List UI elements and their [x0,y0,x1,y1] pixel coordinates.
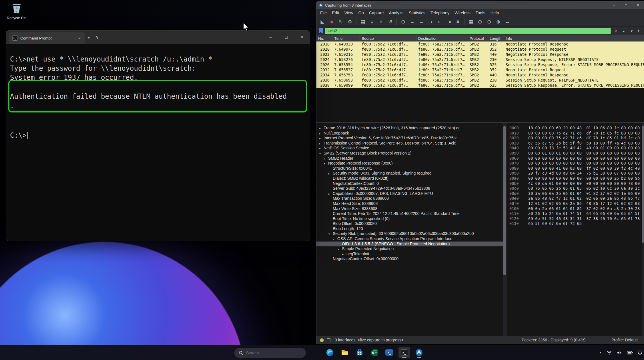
hex-row[interactable]: 013065 5f 69 67 6e 6f 72 65 [509,221,642,226]
restart-capture-icon[interactable]: ↻ [336,18,345,26]
column-destination[interactable]: Destination [416,35,468,41]
packet-detail-row[interactable]: ▾Simple Protected Negotiation [316,246,503,252]
packet-detail-row[interactable]: OID: 1.3.6.1.5.5.2 (SPNEGO - Simple Prot… [316,242,503,247]
packet-detail-row[interactable]: ▸negTokenInit [316,252,503,257]
menu-capture[interactable]: Capture [366,11,386,15]
packet-row[interactable]: 2020 7.649975 fe80::75a2:71c6:df7… fe80:… [316,47,644,52]
packet-detail-row[interactable]: Dialect: SMB2 wildcard (0x02ff) [316,176,503,181]
hex-row[interactable]: 000018 00 00 00 60 29 00 48 01 10 06 80 … [509,126,642,131]
menu-tools[interactable]: Tools [473,11,488,15]
packet-row[interactable]: 2024 7.653276 fe80::75a2:71c6:df7… fe80:… [316,57,644,62]
zoom-out-icon[interactable]: ⊖ [485,18,493,26]
menu-edit[interactable]: Edit [329,11,342,15]
packet-detail-row[interactable]: NegotiateContextOffset: 0x00000000 [316,256,503,262]
hex-row[interactable]: 002000 00 00 00 75 a2 71 c6 df 78 1c 85 … [509,136,642,141]
open-file-icon[interactable]: ▤ [358,18,367,26]
packet-detail-row[interactable]: Max Transaction Size: 8388608 [316,196,503,201]
filter-dropdown-icon[interactable]: ▾ [629,29,635,33]
minimize-button[interactable]: – [608,1,620,9]
battery-icon[interactable] [627,351,633,355]
resize-columns-icon[interactable]: ↔ [503,18,512,26]
terminal-output[interactable]: C:\>net use * \\lenoyoudidnt\scratch /u:… [6,44,310,241]
packet-row[interactable]: 2022 7.650216 fe80::75a2:71c6:df7… fe80:… [316,52,644,57]
capture-options-icon[interactable]: ⚙ [346,18,354,26]
packet-detail-row[interactable]: ▸Frame 2018: 316 bytes on wire (2528 bit… [316,126,503,131]
menu-view[interactable]: View [342,11,356,15]
details-scrollbar[interactable] [503,123,506,336]
search-input[interactable] [246,351,292,355]
hex-row[interactable]: 008000 00 00 00 41 00 03 00 ff 02 00 00 … [509,166,642,171]
packet-detail-row[interactable]: ▾Negotiate Protocol Response (0x00) [316,161,503,166]
packet-detail-row[interactable]: Server Guid: 40ecf239-f729-4dc3-88a9-643… [316,186,503,191]
start-capture-icon[interactable]: ◣ [318,18,327,26]
menu-go[interactable]: Go [356,11,366,15]
taskbar-search[interactable] [234,348,306,358]
menu-analyze[interactable]: Analyze [386,11,406,15]
packet-row[interactable]: 2018 7.649930 fe80::75a2:71c6:df7… fe80:… [316,41,644,47]
packet-row[interactable]: 2034 7.656758 fe80::75a2:71c6:df7… fe80:… [316,72,644,78]
hex-row[interactable]: 0110a0 26 1b 24 6e 6f 74 5f 64 65 66 69 … [509,211,642,216]
column-info[interactable]: Info [504,35,644,41]
packet-detail-row[interactable]: ▸NetBIOS Session Service [316,146,503,151]
taskbar-wireshark-icon[interactable] [413,347,425,358]
maximize-button[interactable]: □ [278,31,294,44]
hex-scrollbar-thumb[interactable] [642,126,644,243]
menu-telephony[interactable]: Telephony [428,11,452,15]
hex-row[interactable]: 004000 00 00 f8 fe 53 4d 42 40 00 01 00 … [509,146,642,151]
close-capture-icon[interactable]: × [377,18,385,26]
packet-row[interactable]: 2032 7.656537 fe80::75a2:71c6:df7… fe80:… [316,67,644,72]
filter-clear-icon[interactable]: × [613,29,619,33]
taskbar-terminal-icon[interactable]: >_ [398,347,410,358]
menu-help[interactable]: Help [488,11,502,15]
packet-detail-row[interactable]: Max Write Size: 8388608 [316,206,503,211]
packet-detail-row[interactable]: StructureSize: 0x0041 [316,166,503,171]
terminal-titlebar[interactable]: >_ Command Prompt × + ∨ – □ × [6,31,310,44]
details-scrollbar-thumb[interactable] [503,126,506,275]
find-packet-icon[interactable]: ⊙ [399,18,407,26]
colorize-packets-icon[interactable]: ▦ [466,18,475,26]
column-no[interactable]: No. [316,35,332,41]
hex-row[interactable]: 00d030 3a 06 0a 2b 06 01 04 01 82 37 02 … [509,191,642,196]
taskbar-store-icon[interactable] [354,347,365,358]
packet-detail-row[interactable]: ▾SMB2 (Server Message Block Protocol ver… [316,151,503,156]
volume-icon[interactable] [617,351,622,355]
expert-info-icon[interactable] [320,338,324,342]
taskbar-file-explorer-icon[interactable] [339,347,350,358]
new-tab-button[interactable]: + [85,35,93,40]
packet-row[interactable]: 2038 7.659099 fe80::75a2:71c6:df7… fe80:… [316,83,644,88]
hex-row[interactable]: 001000 00 00 00 75 a2 71 c6 df 78 1c 85 … [509,131,642,136]
packet-detail-row[interactable]: ▸Transmission Control Protocol, Src Port… [316,141,503,146]
minimize-button[interactable]: – [263,31,278,44]
hex-row[interactable]: 00f012 01 02 02 06 0a 2a 86 48 86 f7 12 … [509,201,642,206]
packet-detail-row[interactable]: ▾Security Blob [truncated]: 607606062b06… [316,231,503,236]
packet-detail-row[interactable]: ▸Capabilities: 0x00000007, DFS, LEASING,… [316,191,503,196]
packet-row[interactable]: 2036 7.658693 fe80::75a2:71c6:df7… fe80:… [316,78,644,83]
packet-detail-row[interactable]: ▾GSS-API Generic Security Service Applic… [316,236,503,242]
packet-detail-row[interactable]: Blob Offset: 0x00000080 [316,221,503,226]
capture-comment-icon[interactable] [327,338,330,342]
hex-row[interactable]: 006000 00 00 00 00 00 00 00 00 00 00 00 … [509,156,642,161]
wireshark-titlebar[interactable]: Capturing from 3 interfaces – □ × [316,1,644,9]
packet-detail-row[interactable]: Current Time: Feb 15, 2024 12:21:49.5146… [316,211,503,216]
packet-detail-row[interactable]: ▸Security mode: 0x03, Signing enabled, S… [316,171,503,176]
hex-row[interactable]: 00c060 76 06 06 2b 06 01 05 05 02 a0 6c … [509,186,642,191]
auto-scroll-icon[interactable]: ≡ [454,18,462,26]
filter-add-button[interactable]: + [637,28,642,34]
recycle-bin[interactable]: Recycle Bin [3,2,30,20]
filter-apply-icon[interactable]: ▸ [621,29,627,33]
menu-statistics[interactable]: Statistics [406,11,428,15]
reload-file-icon[interactable]: ↺ [386,18,394,26]
packet-detail-row[interactable]: NegotiateContextCount: 0 [316,181,503,186]
close-button[interactable]: × [294,31,310,44]
column-time[interactable]: Time [332,35,360,41]
packet-detail-row[interactable]: Max Read Size: 8388608 [316,201,503,206]
column-protocol[interactable]: Protocol [468,35,488,41]
maximize-button[interactable]: □ [620,1,632,9]
menu-file[interactable]: File [318,11,329,15]
tab-close-icon[interactable]: × [78,36,81,40]
column-length[interactable]: Length [488,35,504,41]
hex-row[interactable]: 00e02a 86 48 82 f7 12 01 02 02 06 09 2a … [509,196,642,201]
hex-row[interactable]: 007000 00 00 00 00 00 00 00 00 00 00 00 … [509,161,642,166]
go-back-icon[interactable]: ← [408,18,416,26]
zoom-in-icon[interactable]: ⊕ [476,18,484,26]
